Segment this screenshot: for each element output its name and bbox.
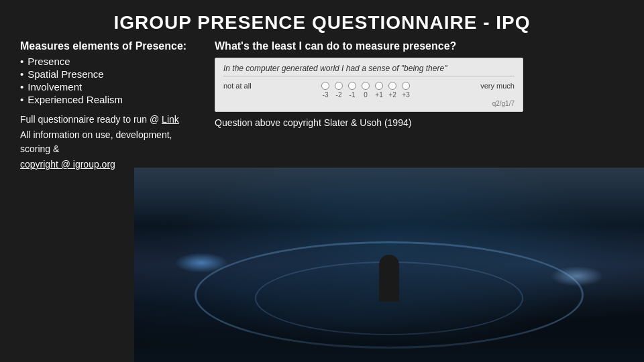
ipq-scale-row: not at all very much bbox=[223, 82, 515, 90]
scale-num-4: 0 bbox=[362, 91, 370, 99]
left-column: Measures elements of Presence: Presence … bbox=[20, 40, 195, 173]
ipq-widget: In the computer generated world I had a … bbox=[215, 58, 523, 112]
scale-num-1: -3 bbox=[321, 91, 329, 99]
light-right bbox=[550, 266, 604, 286]
bottom-scene-image bbox=[134, 168, 644, 362]
scale-num-3: -1 bbox=[348, 91, 356, 99]
slide-title: IGROUP PRESENCE QUESTIONNAIRE - IPQ bbox=[113, 12, 530, 33]
scene-background bbox=[134, 168, 644, 362]
link1-text: Full questionnaire ready to run @ Link bbox=[20, 113, 195, 127]
copyright-text: Question above copyright Slater & Usoh (… bbox=[215, 117, 624, 128]
scale-circle-7[interactable] bbox=[402, 82, 410, 90]
right-column: What's the least I can do to measure pre… bbox=[215, 40, 624, 173]
figure-silhouette bbox=[379, 255, 399, 302]
content-area: Measures elements of Presence: Presence … bbox=[0, 40, 644, 173]
scale-circles bbox=[321, 82, 410, 90]
link2-copyright: copyright @ igroup.org bbox=[20, 158, 195, 172]
bullet-list: Presence Spatial Presence Involvement Ex… bbox=[20, 55, 195, 106]
ground-overlay bbox=[134, 322, 644, 362]
list-item: Spatial Presence bbox=[20, 68, 195, 80]
slide-container: IGROUP PRESENCE QUESTIONNAIRE - IPQ Meas… bbox=[0, 0, 644, 362]
scale-num-6: +2 bbox=[388, 91, 396, 99]
scale-circle-6[interactable] bbox=[388, 82, 396, 90]
list-item: Involvement bbox=[20, 80, 195, 93]
scale-circle-4[interactable] bbox=[362, 82, 370, 90]
light-left bbox=[174, 253, 228, 273]
scale-right-label: very much bbox=[480, 82, 515, 90]
list-item: Experienced Realism bbox=[20, 93, 195, 106]
list-item: Presence bbox=[20, 55, 195, 68]
scale-circle-5[interactable] bbox=[375, 82, 383, 90]
measures-heading: Measures elements of Presence: bbox=[20, 40, 195, 52]
ipq-footer: q2/g1/7 bbox=[223, 100, 515, 107]
scale-num-7: +3 bbox=[402, 91, 410, 99]
link1-anchor[interactable]: Link bbox=[162, 114, 179, 125]
link2-text: All information on use, development, sco… bbox=[20, 128, 195, 156]
scale-circle-3[interactable] bbox=[348, 82, 356, 90]
igroup-link[interactable]: copyright @ igroup.org bbox=[20, 159, 115, 170]
scale-left-label: not at all bbox=[223, 82, 252, 90]
scale-numbers-row: -3 -2 -1 0 +1 +2 +3 bbox=[223, 91, 515, 99]
ipq-question-text: In the computer generated world I had a … bbox=[223, 64, 515, 76]
scale-circle-1[interactable] bbox=[321, 82, 329, 90]
scale-num-5: +1 bbox=[375, 91, 383, 99]
scale-circle-2[interactable] bbox=[335, 82, 343, 90]
title-bar: IGROUP PRESENCE QUESTIONNAIRE - IPQ bbox=[0, 0, 644, 40]
scale-num-2: -2 bbox=[335, 91, 343, 99]
right-question-heading: What's the least I can do to measure pre… bbox=[215, 40, 624, 52]
